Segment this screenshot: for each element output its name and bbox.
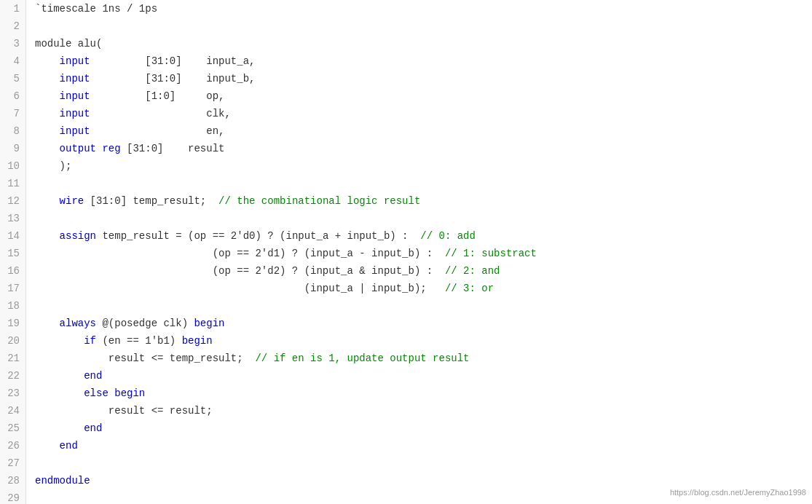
line-number: 24: [6, 402, 20, 420]
line-number: 19: [6, 315, 20, 332]
code-line: );: [35, 157, 803, 175]
code-line: (op == 2'd2) ? (input_a & input_b) : // …: [35, 262, 803, 280]
code-line: [35, 17, 803, 35]
line-number: 13: [6, 210, 20, 227]
code-line: [35, 210, 803, 227]
line-number: 9: [6, 140, 20, 157]
line-numbers: 1234567891011121314151617181920212223242…: [0, 0, 26, 504]
code-line: wire [31:0] temp_result; // the combinat…: [35, 192, 803, 210]
code-line: assign temp_result = (op == 2'd0) ? (inp…: [35, 227, 803, 245]
code-line: always @(posedge clk) begin: [35, 315, 803, 332]
line-number: 5: [6, 70, 20, 87]
code-line: input [1:0] op,: [35, 87, 803, 105]
code-content[interactable]: `timescale 1ns / 1ps module alu( input […: [26, 0, 812, 504]
line-number: 27: [6, 454, 20, 472]
code-line: (input_a | input_b); // 3: or: [35, 280, 803, 297]
line-number: 11: [6, 175, 20, 192]
line-number: 29: [6, 489, 20, 504]
line-number: 10: [6, 157, 20, 175]
code-line: end: [35, 367, 803, 385]
line-number: 21: [6, 350, 20, 367]
code-line: else begin: [35, 385, 803, 402]
line-number: 25: [6, 420, 20, 437]
line-number: 23: [6, 385, 20, 402]
line-number: 26: [6, 437, 20, 454]
code-line: [35, 297, 803, 315]
line-number: 1: [6, 0, 20, 17]
code-line: input en,: [35, 122, 803, 140]
line-number: 18: [6, 297, 20, 315]
code-line: result <= temp_result; // if en is 1, up…: [35, 350, 803, 367]
code-line: if (en == 1'b1) begin: [35, 332, 803, 350]
code-line: `timescale 1ns / 1ps: [35, 0, 803, 17]
line-number: 4: [6, 52, 20, 70]
code-line: result <= result;: [35, 402, 803, 420]
line-number: 12: [6, 192, 20, 210]
line-number: 3: [6, 35, 20, 52]
watermark: https://blog.csdn.net/JeremyZhao1998: [670, 484, 806, 501]
code-line: end: [35, 420, 803, 437]
code-line: output reg [31:0] result: [35, 140, 803, 157]
line-number: 7: [6, 105, 20, 122]
code-line: input [31:0] input_a,: [35, 52, 803, 70]
line-number: 22: [6, 367, 20, 385]
code-line: module alu(: [35, 35, 803, 52]
line-number: 28: [6, 472, 20, 489]
line-number: 8: [6, 122, 20, 140]
line-number: 6: [6, 87, 20, 105]
line-number: 16: [6, 262, 20, 280]
code-line: (op == 2'd1) ? (input_a - input_b) : // …: [35, 245, 803, 262]
code-line: input clk,: [35, 105, 803, 122]
line-number: 2: [6, 17, 20, 35]
code-line: [35, 175, 803, 192]
line-number: 17: [6, 280, 20, 297]
code-container: 1234567891011121314151617181920212223242…: [0, 0, 812, 504]
code-line: input [31:0] input_b,: [35, 70, 803, 87]
code-line: end: [35, 437, 803, 454]
code-line: [35, 454, 803, 472]
line-number: 20: [6, 332, 20, 350]
line-number: 15: [6, 245, 20, 262]
line-number: 14: [6, 227, 20, 245]
